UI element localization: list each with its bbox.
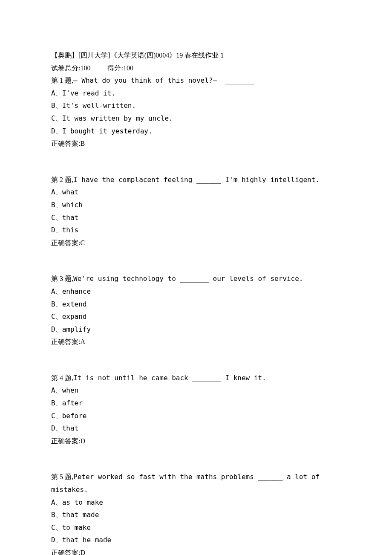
answer-value: C <box>80 239 85 246</box>
option-a: A、as to make <box>51 496 341 509</box>
option-b: B、which <box>51 199 341 211</box>
option-d: D、amplify <box>51 323 341 336</box>
option-c: C、before <box>51 410 341 422</box>
question-text: It is not until he came back _______ I k… <box>73 374 266 382</box>
question-stem: 第 2 题,I have the complacent feeling ____… <box>51 173 341 186</box>
question-3: 第 3 题,We're using technology to _______ … <box>51 272 341 348</box>
answer-value: D <box>80 549 85 555</box>
score-label: 得分: <box>107 64 123 72</box>
question-number: 第 3 题, <box>51 275 73 282</box>
option-a: A、I've read it. <box>51 87 341 100</box>
score-value: 100 <box>123 64 133 72</box>
answer-value: B <box>80 140 85 147</box>
option-c: C、that <box>51 211 341 224</box>
answer-label: 正确答案: <box>51 338 80 345</box>
answer-label: 正确答案: <box>51 437 80 445</box>
question-2: 第 2 题,I have the complacent feeling ____… <box>51 173 341 249</box>
question-4: 第 4 题,It is not until he came back _____… <box>51 372 341 448</box>
option-c: C、It was written by my uncle. <box>51 112 341 125</box>
question-text: — What do you think of this novel?— ____… <box>73 76 254 84</box>
option-b: B、after <box>51 397 341 410</box>
question-number: 第 1 题, <box>51 77 73 84</box>
question-stem: 第 4 题,It is not until he came back _____… <box>51 372 341 384</box>
answer-line: 正确答案:D <box>51 435 341 448</box>
answer-label: 正确答案: <box>51 140 80 147</box>
option-d: D、I bought it yesterday. <box>51 125 341 138</box>
option-d: D、that he made <box>51 534 341 546</box>
answer-line: 正确答案:D <box>51 546 341 555</box>
question-number: 第 4 题, <box>51 374 73 382</box>
answer-label: 正确答案: <box>51 549 80 555</box>
page-title: 【奥鹏】[四川大学]《大学英语(四)0004》19 春在线作业 1 <box>51 49 341 62</box>
answer-value: A <box>80 338 85 345</box>
answer-value: D <box>80 437 85 445</box>
question-stem: 第 5 题,Peter worked so fast with the math… <box>51 471 341 496</box>
title-text: 【奥鹏】[四川大学]《大学英语(四)0004》19 春在线作业 1 <box>51 52 224 59</box>
score-line: 试卷总分:100得分:100 <box>51 62 341 75</box>
question-text: We're using technology to _______ our le… <box>73 275 303 283</box>
question-stem: 第 3 题,We're using technology to _______ … <box>51 272 341 285</box>
question-1: 第 1 题,— What do you think of this novel?… <box>51 74 341 150</box>
option-b: B、extend <box>51 298 341 311</box>
answer-line: 正确答案:B <box>51 137 341 150</box>
option-d: D、that <box>51 422 341 435</box>
total-value: 100 <box>80 64 90 72</box>
question-number: 第 2 题, <box>51 176 73 183</box>
answer-line: 正确答案:C <box>51 237 341 249</box>
total-label: 试卷总分: <box>51 64 80 72</box>
question-text: I have the complacent feeling ______ I'm… <box>73 176 320 184</box>
option-a: A、when <box>51 384 341 397</box>
option-c: C、expand <box>51 310 341 323</box>
option-a: A、enhance <box>51 285 341 298</box>
answer-line: 正确答案:A <box>51 335 341 348</box>
question-text: Peter worked so fast with the maths prob… <box>51 473 324 494</box>
answer-label: 正确答案: <box>51 239 80 246</box>
question-stem: 第 1 题,— What do you think of this novel?… <box>51 74 341 87</box>
question-number: 第 5 题, <box>51 473 73 480</box>
option-b: B、that made <box>51 509 341 521</box>
option-c: C、to make <box>51 521 341 534</box>
question-5: 第 5 题,Peter worked so fast with the math… <box>51 471 341 555</box>
option-a: A、what <box>51 186 341 199</box>
option-d: D、this <box>51 224 341 237</box>
option-b: B、It's well-written. <box>51 99 341 112</box>
